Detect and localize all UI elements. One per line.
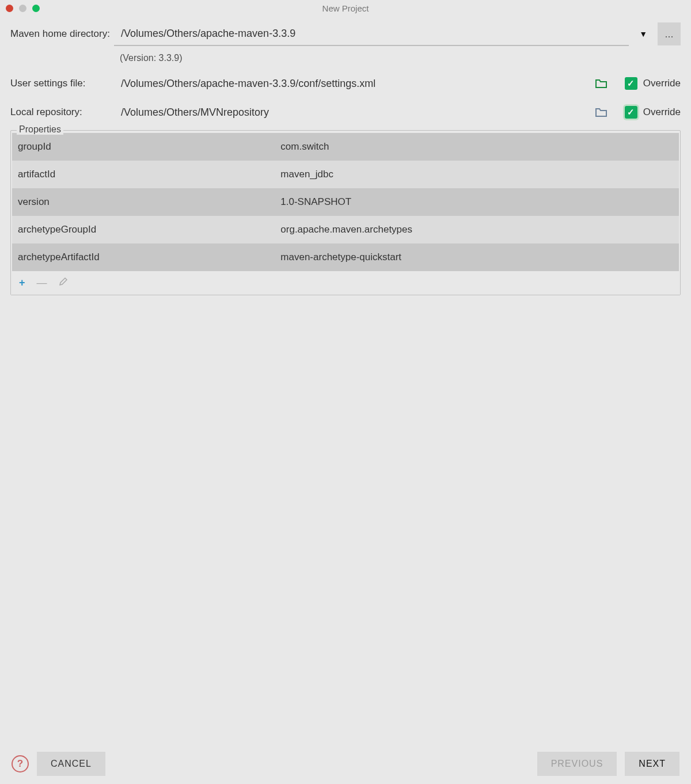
edit-icon[interactable] [59,277,68,289]
override-settings-checkbox[interactable]: ✓ [625,77,637,90]
footer: ? CANCEL PREVIOUS NEXT [0,744,691,784]
prop-value: com.switch [275,133,679,161]
prop-key: archetypeGroupId [12,216,275,243]
properties-group: Properties groupId com.switch artifactId… [10,130,681,295]
maximize-icon[interactable] [32,5,40,12]
remove-icon[interactable]: — [37,277,47,289]
folder-icon[interactable] [595,107,608,117]
prop-key: artifactId [12,161,275,188]
properties-toolbar: + — [11,271,680,295]
maven-home-label: Maven home directory: [10,28,114,40]
prop-key: archetypeArtifactId [12,243,275,271]
table-row[interactable]: archetypeArtifactId maven-archetype-quic… [12,243,679,271]
prop-value: maven-archetype-quickstart [275,243,679,271]
next-button[interactable]: NEXT [625,752,679,776]
user-settings-label: User settings file: [10,78,114,89]
previous-button[interactable]: PREVIOUS [537,752,617,776]
override-settings-label: Override [643,78,681,89]
close-icon[interactable] [6,5,13,12]
table-row[interactable]: version 1.0-SNAPSHOT [12,188,679,216]
minimize-icon[interactable] [19,5,26,12]
local-repo-label: Local repository: [10,106,114,118]
properties-title: Properties [17,124,63,135]
prop-key: version [12,188,275,216]
override-repo-checkbox[interactable]: ✓ [625,106,637,119]
prop-value: maven_jdbc [275,161,679,188]
folder-icon[interactable] [595,78,608,89]
prop-key: groupId [12,133,275,161]
window-title: New Project [322,3,369,13]
maven-version-hint: (Version: 3.3.9) [114,51,681,71]
add-icon[interactable]: + [19,277,25,289]
table-row[interactable]: archetypeGroupId org.apache.maven.archet… [12,216,679,243]
user-settings-row: User settings file: /Volumes/Others/apac… [10,71,681,96]
browse-button[interactable]: ... [658,22,681,45]
table-row[interactable]: groupId com.switch [12,133,679,161]
chevron-down-icon[interactable]: ▼ [635,29,652,39]
table-row[interactable]: artifactId maven_jdbc [12,161,679,188]
override-repo-label: Override [643,106,681,118]
window-controls [6,5,40,12]
titlebar: New Project [0,0,691,16]
user-settings-input[interactable]: /Volumes/Others/apache-maven-3.3.9/conf/… [114,71,589,96]
maven-home-input[interactable]: /Volumes/Others/apache-maven-3.3.9 [114,22,629,46]
maven-home-row: Maven home directory: /Volumes/Others/ap… [10,22,681,46]
local-repo-row: Local repository: /Volumes/Others/MVNrep… [10,100,681,124]
prop-value: org.apache.maven.archetypes [275,216,679,243]
local-repo-input[interactable]: /Volumes/Others/MVNrepository [114,100,589,124]
cancel-button[interactable]: CANCEL [37,752,105,776]
content: Maven home directory: /Volumes/Others/ap… [0,16,691,295]
properties-table: groupId com.switch artifactId maven_jdbc… [12,133,679,271]
help-button[interactable]: ? [12,755,29,772]
prop-value: 1.0-SNAPSHOT [275,188,679,216]
